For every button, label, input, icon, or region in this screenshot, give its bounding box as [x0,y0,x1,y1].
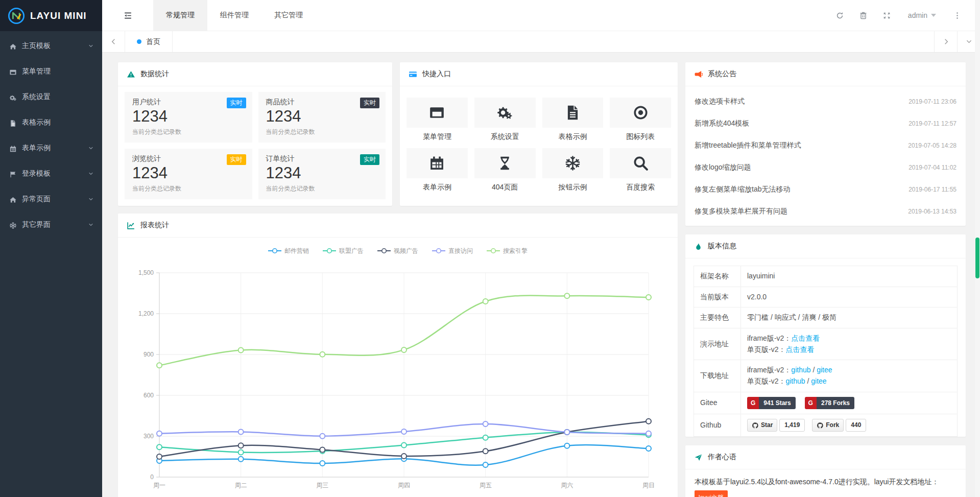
username: admin [908,11,927,19]
sidebar-menu-item[interactable]: 登录模板 [0,161,102,186]
gears-icon [9,93,17,101]
report-chart-svg: 03006009001,2001,500周一周二周三周四周五周六周日 [126,259,670,497]
shortcut-item[interactable]: 表格示例 [542,98,604,141]
download-github-link[interactable]: github [785,377,805,385]
github-icon [752,422,759,429]
sidebar-item-label: 菜单管理 [22,67,51,76]
gitee-forks-badge[interactable]: G278 Forks [805,397,854,410]
svg-text:300: 300 [144,433,154,440]
quick-entry-title: 快捷入口 [422,69,451,79]
realtime-badge: 实时 [360,154,379,165]
shortcut-item[interactable]: 系统设置 [474,98,536,141]
header-nav-item[interactable]: 组件管理 [207,0,261,31]
announcement-text[interactable]: 修复多模块菜单栏展开有问题 [695,207,787,216]
sidebar-menu-item[interactable]: 表单示例 [0,135,102,161]
legend-item[interactable]: 邮件营销 [268,247,309,255]
announcement-text[interactable]: 修改logo缩放问题 [695,163,751,172]
legend-item[interactable]: 直接访问 [432,247,473,255]
shortcut-label: 表格示例 [542,132,604,141]
scrollbar-thumb[interactable] [975,238,979,278]
download-github-link[interactable]: github [791,366,810,374]
announcement-text[interactable]: 新增treetable插件和菜单管理样式 [695,141,801,150]
announcement-text[interactable]: 修复左侧菜单缩放tab无法移动 [695,185,790,194]
sidebar-item-label: 系统设置 [22,92,51,102]
tab-home[interactable]: 首页 [125,31,173,52]
sidebar-menu-item[interactable]: 系统设置 [0,84,102,110]
stat-box[interactable]: 浏览统计 1234 当前分类总记录数 实时 [125,149,252,199]
sidebar-menu-item[interactable]: 异常页面 [0,186,102,212]
shortcut-item[interactable]: 表单示例 [407,148,468,192]
sidebar-collapse-button[interactable] [102,0,153,31]
github-star-count[interactable]: 1,419 [779,419,805,432]
legend-marker [432,248,445,254]
shortcut-label: 按钮示例 [542,183,604,192]
header-nav-item[interactable]: 常规管理 [153,0,207,31]
tab-scroll-left-button[interactable] [102,31,125,52]
github-fork-button[interactable]: Fork [812,419,844,432]
tab-scroll-right-button[interactable] [934,31,957,52]
sidebar-menu-item[interactable]: 表格示例 [0,110,102,135]
dot-circle-icon [632,104,649,121]
svg-text:600: 600 [144,392,154,399]
stat-box[interactable]: 用户统计 1234 当前分类总记录数 实时 [125,92,252,143]
trash-icon [859,11,868,20]
shortcut-item[interactable]: 图标列表 [610,98,671,141]
legend-item[interactable]: 视频广告 [377,247,418,255]
chevron-down-icon [88,43,94,49]
announcement-row: 修改logo缩放问题 2019-07-04 11:02 [695,156,957,178]
clear-cache-button[interactable] [852,0,875,31]
sidebar-menu-item[interactable]: 菜单管理 [0,59,102,84]
more-options-button[interactable] [945,0,969,31]
svg-text:0: 0 [150,474,154,481]
announcement-text[interactable]: 新增系统404模板 [695,119,749,128]
svg-text:周五: 周五 [480,482,492,489]
demo-onepage-link[interactable]: 点击查看 [785,345,814,353]
layui-doc-badge[interactable]: layui文档 [695,490,728,497]
chevron-down-icon [965,38,973,45]
header-nav-item[interactable]: 其它管理 [261,0,316,31]
github-fork-count[interactable]: 440 [846,419,866,432]
sidebar-menu-item[interactable]: 其它界面 [0,212,102,238]
quick-entry-card: 快捷入口 菜单管理 系统设置 [400,62,678,206]
stat-value: 1234 [266,107,378,126]
shortcut-label: 404页面 [474,183,536,192]
download-gitee-link[interactable]: gitee [817,366,832,374]
shortcut-item[interactable]: 404页面 [474,148,536,192]
gears-icon [496,104,513,121]
shortcut-item[interactable]: 按钮示例 [542,148,604,192]
words-paragraph: 本模板基于layui2.5.4以及font-awesome-4.7.0进行实现。… [695,478,939,486]
caret-down-icon [931,14,936,17]
legend-marker [268,248,281,254]
version-info-header: 版本信息 [685,234,966,258]
shortcut-item[interactable]: 百度搜索 [610,148,671,192]
refresh-button[interactable] [828,0,852,31]
stat-box[interactable]: 订单统计 1234 当前分类总记录数 实时 [258,149,386,199]
svg-text:900: 900 [144,351,154,358]
announcement-date: 2019-06-13 14:53 [908,208,957,215]
demo-iframe-link[interactable]: 点击查看 [791,334,820,342]
fire-icon [694,242,703,251]
top-header: 常规管理 组件管理 其它管理 admin [102,0,980,31]
header-nav: 常规管理 组件管理 其它管理 [153,0,316,31]
shortcut-item[interactable]: 菜单管理 [407,98,468,141]
legend-item[interactable]: 搜索引擎 [487,247,528,255]
stat-box[interactable]: 商品统计 1234 当前分类总记录数 实时 [258,92,386,143]
table-row: Gitee G941 Stars G278 Forks [694,392,958,414]
download-links: iframe版-v2：github / gitee 单页版-v2：github … [741,360,958,392]
github-star-button[interactable]: Star [747,419,777,432]
download-gitee-link[interactable]: gitee [811,377,826,385]
user-menu[interactable]: admin [899,11,945,19]
legend-label: 搜索引擎 [503,247,528,255]
shortcut-label: 菜单管理 [407,132,468,141]
announcement-text[interactable]: 修改选项卡样式 [695,97,745,106]
github-widgets: Star 1,419 Fork 440 [741,414,958,437]
left-column: 数据统计 用户统计 1234 当前分类总记录数 实时 商品统计 [118,62,678,497]
announcements-header: 系统公告 [685,62,966,86]
sidebar-menu-item[interactable]: 主页模板 [0,33,102,59]
fullscreen-button[interactable] [875,0,899,31]
data-stats-card: 数据统计 用户统计 1234 当前分类总记录数 实时 商品统计 [118,62,392,206]
realtime-badge: 实时 [360,98,379,108]
legend-label: 邮件营销 [284,247,309,255]
gitee-stars-badge[interactable]: G941 Stars [747,397,796,410]
legend-item[interactable]: 联盟广告 [323,247,364,255]
